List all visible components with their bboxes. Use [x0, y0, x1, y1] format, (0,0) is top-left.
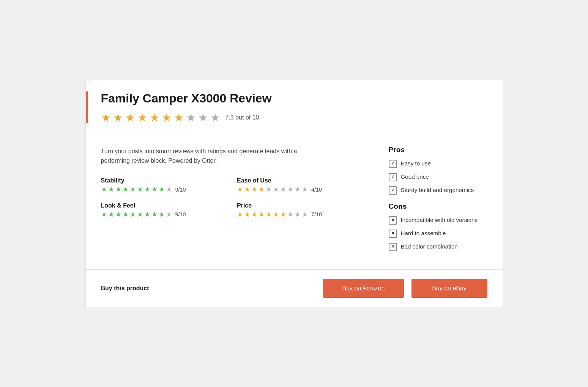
- mini-star: ★: [130, 186, 136, 193]
- mini-star: ★: [166, 186, 172, 193]
- header-star: ★: [125, 112, 135, 123]
- mini-star: ★: [251, 186, 257, 193]
- score-text: 9/10: [175, 187, 186, 193]
- mini-star: ★: [151, 211, 158, 218]
- pro-text: Easy to use: [401, 159, 431, 167]
- mini-star: ★: [237, 211, 243, 218]
- con-item: ✕Bad color combination: [389, 242, 491, 251]
- con-text: Incompatible with old versions: [401, 216, 478, 224]
- review-description: Turn your posts into smart reviews with …: [101, 146, 310, 166]
- mini-star: ★: [130, 211, 136, 218]
- rating-item: Stability★★★★★★★★★★9/10: [101, 177, 226, 193]
- review-left: Turn your posts into smart reviews with …: [86, 135, 377, 269]
- con-item: ✕Hard to assemble: [389, 229, 491, 238]
- pro-text: Good price: [401, 173, 429, 181]
- review-header: Family Camper X3000 Review ★★★★★★★★★★7.3…: [86, 80, 503, 135]
- check-icon: ✓: [389, 173, 397, 181]
- con-item: ✕Incompatible with old versions: [389, 216, 491, 225]
- review-title: Family Camper X3000 Review: [101, 91, 487, 105]
- mini-star: ★: [237, 186, 243, 193]
- score-text: 7/10: [311, 211, 322, 217]
- header-star: ★: [174, 112, 184, 123]
- header-star: ★: [150, 112, 159, 123]
- mini-star: ★: [295, 211, 301, 218]
- score-text: 4/10: [311, 187, 322, 193]
- mini-star: ★: [108, 186, 114, 193]
- buy-label: Buy this product: [101, 285, 316, 292]
- rating-item: Ease of Use★★★★★★★★★★4/10: [237, 177, 362, 193]
- mini-star: ★: [123, 211, 129, 218]
- mini-star: ★: [151, 186, 158, 193]
- mini-star: ★: [266, 186, 272, 193]
- header-star: ★: [162, 112, 172, 123]
- mini-star: ★: [280, 186, 286, 193]
- pro-text: Sturdy build and ergonomics: [401, 186, 474, 194]
- header-star: ★: [198, 112, 208, 123]
- review-right: Pros ✓Easy to use✓Good price✓Sturdy buil…: [377, 135, 503, 269]
- check-icon: ✓: [389, 186, 397, 195]
- rating-stars-row: ★★★★★★★★★★9/10: [101, 211, 226, 218]
- mini-star: ★: [273, 186, 279, 193]
- pro-item: ✓Sturdy build and ergonomics: [389, 186, 491, 195]
- review-footer: Buy this product Buy on Amazon Buy on eB…: [86, 270, 503, 307]
- mini-star: ★: [166, 211, 172, 218]
- mini-star: ★: [123, 186, 129, 193]
- rating-label: Price: [237, 202, 362, 209]
- mini-star: ★: [115, 211, 121, 218]
- score-text: 9/10: [175, 211, 186, 217]
- buy-ebay-button[interactable]: Buy on eBay: [411, 279, 487, 298]
- check-icon: ✓: [389, 160, 397, 168]
- mini-star: ★: [108, 211, 114, 218]
- header-star: ★: [137, 112, 147, 123]
- rating-item: Look & Feel★★★★★★★★★★9/10: [101, 202, 226, 218]
- pro-item: ✓Good price: [389, 173, 491, 181]
- cross-icon: ✕: [389, 216, 397, 225]
- header-content: Family Camper X3000 Review ★★★★★★★★★★7.3…: [101, 91, 487, 123]
- mini-star: ★: [259, 211, 265, 218]
- review-card: Family Camper X3000 Review ★★★★★★★★★★7.3…: [85, 80, 503, 307]
- cross-icon: ✕: [389, 243, 397, 251]
- con-text: Bad color combination: [401, 242, 458, 250]
- mini-star: ★: [144, 211, 150, 218]
- header-star: ★: [186, 112, 196, 123]
- con-text: Hard to assemble: [401, 229, 446, 237]
- pros-title: Pros: [389, 146, 491, 154]
- rating-label: Stability: [101, 177, 226, 184]
- buy-amazon-button[interactable]: Buy on Amazon: [323, 279, 404, 298]
- cons-title: Cons: [389, 202, 491, 211]
- mini-star: ★: [244, 211, 250, 218]
- mini-star: ★: [295, 186, 301, 193]
- ratings-grid: Stability★★★★★★★★★★9/10Ease of Use★★★★★★…: [101, 177, 362, 218]
- mini-star: ★: [287, 211, 293, 218]
- cross-icon: ✕: [389, 230, 397, 238]
- header-star: ★: [113, 112, 123, 123]
- header-star: ★: [101, 112, 111, 123]
- mini-star: ★: [302, 211, 308, 218]
- mini-star: ★: [244, 186, 250, 193]
- rating-text: 7.3 out of 10: [225, 114, 259, 121]
- stars-row: ★★★★★★★★★★7.3 out of 10: [101, 112, 487, 123]
- mini-star: ★: [287, 186, 293, 193]
- mini-star: ★: [266, 211, 272, 218]
- review-body: Turn your posts into smart reviews with …: [86, 135, 503, 270]
- rating-item: Price★★★★★★★★★★7/10: [237, 202, 362, 218]
- mini-star: ★: [302, 186, 308, 193]
- mini-star: ★: [137, 211, 143, 218]
- header-star: ★: [210, 112, 220, 123]
- rating-label: Look & Feel: [101, 202, 226, 209]
- mini-star: ★: [273, 211, 279, 218]
- mini-star: ★: [259, 186, 265, 193]
- rating-stars-row: ★★★★★★★★★★9/10: [101, 186, 226, 193]
- mini-star: ★: [280, 211, 286, 218]
- mini-star: ★: [115, 186, 121, 193]
- pros-list: ✓Easy to use✓Good price✓Sturdy build and…: [389, 159, 491, 195]
- rating-label: Ease of Use: [237, 177, 362, 184]
- mini-star: ★: [159, 186, 165, 193]
- mini-star: ★: [137, 186, 143, 193]
- rating-stars-row: ★★★★★★★★★★7/10: [237, 211, 362, 218]
- rating-stars-row: ★★★★★★★★★★4/10: [237, 186, 362, 193]
- mini-star: ★: [159, 211, 165, 218]
- cons-list: ✕Incompatible with old versions✕Hard to …: [389, 216, 491, 251]
- mini-star: ★: [101, 211, 107, 218]
- accent-bar: [86, 91, 88, 123]
